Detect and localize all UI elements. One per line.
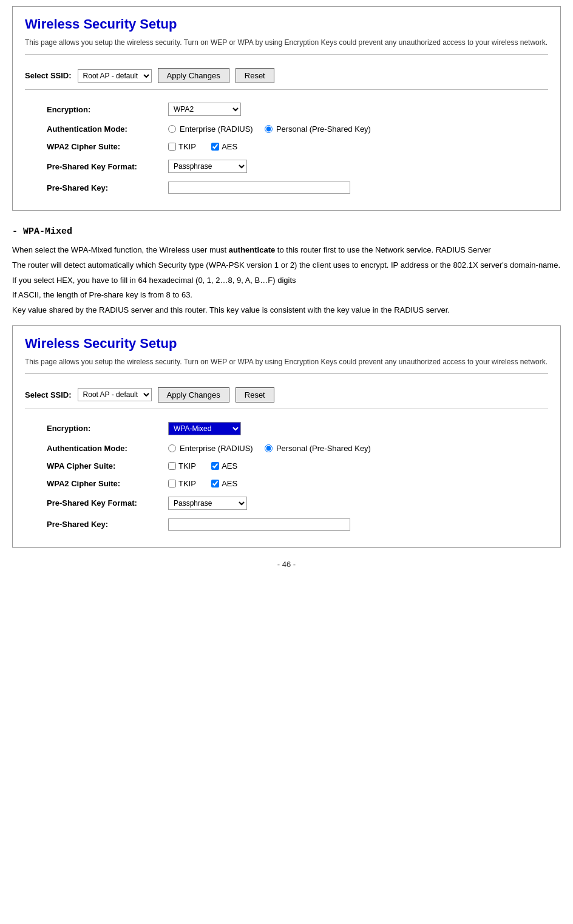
panel2-encryption-value: WPA-Mixed xyxy=(164,418,566,440)
panel2-auth-radio-group: Enterprise (RADIUS) Personal (Pre-Shared… xyxy=(168,444,563,453)
panel1-auth-personal-label: Personal (Pre-Shared Key) xyxy=(276,124,371,134)
panel2-encryption-label: Encryption: xyxy=(43,418,164,440)
panel2-wpa-aes-checkbox[interactable] xyxy=(211,462,219,470)
panel1-cipher-label: WPA2 Cipher Suite: xyxy=(43,138,164,155)
panel1-auth-enterprise-radio[interactable] xyxy=(168,125,176,133)
panel1-psk-key-input[interactable] xyxy=(168,182,350,194)
panel2-description: This page allows you setup the wireless … xyxy=(25,358,548,374)
panel2-auth-label: Authentication Mode: xyxy=(43,440,164,457)
panel1-auth-personal-radio[interactable] xyxy=(265,125,273,133)
panel1-ssid-row: Select SSID: Root AP - default Apply Cha… xyxy=(25,62,548,90)
panel2-wpa2-cipher-row: WPA2 Cipher Suite: TKIP AES xyxy=(43,475,566,492)
panel1-title: Wireless Security Setup xyxy=(25,16,548,32)
panel2-wpa-cipher-row: WPA Cipher Suite: TKIP AES xyxy=(43,457,566,475)
wpa-mixed-para4: If ASCII, the length of Pre-share key is… xyxy=(12,289,561,302)
wpa-mixed-section: - WPA-Mixed When select the WPA-Mixed fu… xyxy=(12,222,561,325)
panel1-auth-radio-group: Enterprise (RADIUS) Personal (Pre-Shared… xyxy=(168,124,563,134)
page-footer: - 46 - xyxy=(12,560,561,569)
panel2-wpa-tkip-label: TKIP xyxy=(178,461,196,470)
panel2-auth-value: Enterprise (RADIUS) Personal (Pre-Shared… xyxy=(164,440,566,457)
panel2-auth-personal-radio[interactable] xyxy=(265,444,273,452)
panel2-apply-button[interactable]: Apply Changes xyxy=(158,387,229,403)
panel2-auth-enterprise-label: Enterprise (RADIUS) xyxy=(180,444,253,453)
panel2-encryption-row: Encryption: WPA-Mixed xyxy=(43,418,566,440)
panel2: Wireless Security Setup This page allows… xyxy=(12,325,561,548)
panel2-wpa2-tkip-checkbox[interactable] xyxy=(168,480,176,487)
panel2-wpa2-cipher-label: WPA2 Cipher Suite: xyxy=(43,475,164,492)
panel1-auth-enterprise-label: Enterprise (RADIUS) xyxy=(180,124,253,134)
panel1-ssid-select[interactable]: Root AP - default xyxy=(78,69,152,83)
panel1-cipher-value: TKIP AES xyxy=(164,138,566,155)
panel2-psk-format-value: Passphrase xyxy=(164,492,566,514)
panel1-psk-format-select[interactable]: Passphrase xyxy=(168,160,247,173)
panel1-form-table: Encryption: WPA2 Authentication Mode: En… xyxy=(43,98,566,198)
panel2-psk-key-label: Pre-Shared Key: xyxy=(43,514,164,535)
panel2-psk-key-row: Pre-Shared Key: xyxy=(43,514,566,535)
panel1-psk-format-label: Pre-Shared Key Format: xyxy=(43,155,164,177)
panel2-wpa-cipher-label: WPA Cipher Suite: xyxy=(43,457,164,475)
panel2-psk-key-value xyxy=(164,514,566,535)
panel1-apply-button[interactable]: Apply Changes xyxy=(158,68,229,83)
panel2-psk-format-label: Pre-Shared Key Format: xyxy=(43,492,164,514)
wpa-mixed-para1: When select the WPA-Mixed function, the … xyxy=(12,244,561,257)
panel1-ssid-label: Select SSID: xyxy=(25,71,72,80)
panel1-auth-value: Enterprise (RADIUS) Personal (Pre-Shared… xyxy=(164,120,566,138)
panel2-wpa2-aes-checkbox[interactable] xyxy=(211,480,219,487)
wpa-mixed-para5: Key value shared by the RADIUS server an… xyxy=(12,304,561,317)
panel2-form-table: Encryption: WPA-Mixed Authentication Mod… xyxy=(43,418,566,535)
panel2-encryption-select[interactable]: WPA-Mixed xyxy=(168,422,241,435)
panel2-wpa2-aes-label: AES xyxy=(222,479,237,488)
panel1-encryption-value: WPA2 xyxy=(164,98,566,120)
panel1-cipher-row: WPA2 Cipher Suite: TKIP AES xyxy=(43,138,566,155)
panel1-auth-label: Authentication Mode: xyxy=(43,120,164,138)
panel1: Wireless Security Setup This page allows… xyxy=(12,6,561,211)
panel2-psk-format-select[interactable]: Passphrase xyxy=(168,497,247,510)
panel1-aes-label: AES xyxy=(222,142,237,151)
panel2-auth-enterprise-radio[interactable] xyxy=(168,444,176,452)
panel1-tkip-label: TKIP xyxy=(178,142,196,151)
panel1-tkip-checkbox[interactable] xyxy=(168,143,176,151)
panel2-reset-button[interactable]: Reset xyxy=(236,387,274,403)
panel1-auth-row: Authentication Mode: Enterprise (RADIUS)… xyxy=(43,120,566,138)
panel2-ssid-row: Select SSID: Root AP - default Apply Cha… xyxy=(25,381,548,409)
panel2-title: Wireless Security Setup xyxy=(25,336,548,352)
wpa-mixed-para2: The router will detect automatically whi… xyxy=(12,259,561,272)
panel1-psk-key-value xyxy=(164,177,566,198)
page-number: - 46 - xyxy=(277,560,296,569)
panel1-reset-button[interactable]: Reset xyxy=(236,68,274,83)
panel1-psk-format-row: Pre-Shared Key Format: Passphrase xyxy=(43,155,566,177)
panel2-psk-key-input[interactable] xyxy=(168,518,350,531)
wpa-mixed-heading: - WPA-Mixed xyxy=(12,226,561,237)
panel2-auth-personal-label: Personal (Pre-Shared Key) xyxy=(276,444,371,453)
panel2-auth-row: Authentication Mode: Enterprise (RADIUS)… xyxy=(43,440,566,457)
panel2-wpa2-cipher-value: TKIP AES xyxy=(164,475,566,492)
panel1-encryption-select[interactable]: WPA2 xyxy=(168,103,241,116)
panel1-psk-key-label: Pre-Shared Key: xyxy=(43,177,164,198)
panel2-psk-format-row: Pre-Shared Key Format: Passphrase xyxy=(43,492,566,514)
panel2-wpa-tkip-checkbox[interactable] xyxy=(168,462,176,470)
panel2-wpa-aes-label: AES xyxy=(222,461,237,470)
panel1-psk-format-value: Passphrase xyxy=(164,155,566,177)
panel1-encryption-label: Encryption: xyxy=(43,98,164,120)
panel2-wpa-cipher-checkboxes: TKIP AES xyxy=(168,461,563,470)
panel2-wpa-cipher-value: TKIP AES xyxy=(164,457,566,475)
panel2-ssid-label: Select SSID: xyxy=(25,390,72,399)
wpa-mixed-bold: authenticate xyxy=(229,245,276,254)
panel1-cipher-checkboxes: TKIP AES xyxy=(168,142,563,151)
panel1-description: This page allows you setup the wireless … xyxy=(25,38,548,55)
wpa-mixed-para3: If you select HEX, you have to fill in 6… xyxy=(12,274,561,287)
panel2-ssid-select[interactable]: Root AP - default xyxy=(78,388,152,401)
panel2-wpa2-cipher-checkboxes: TKIP AES xyxy=(168,479,563,488)
panel1-encryption-row: Encryption: WPA2 xyxy=(43,98,566,120)
panel2-wpa2-tkip-label: TKIP xyxy=(178,479,196,488)
panel1-aes-checkbox[interactable] xyxy=(211,143,219,151)
panel1-psk-key-row: Pre-Shared Key: xyxy=(43,177,566,198)
